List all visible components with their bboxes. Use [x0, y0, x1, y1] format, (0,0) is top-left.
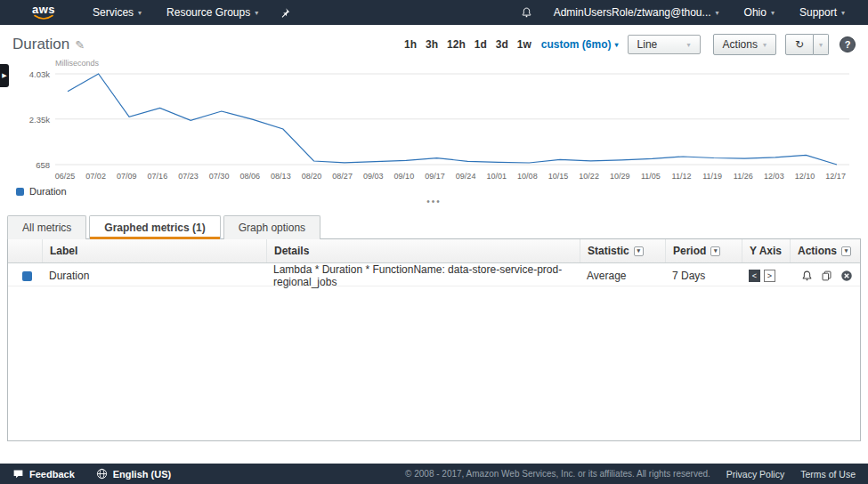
header-checkbox-column — [8, 239, 42, 262]
refresh-icon: ↻ — [795, 38, 804, 51]
terms-of-use-link[interactable]: Terms of Use — [800, 469, 856, 480]
x-tick-label: 07/09 — [111, 172, 142, 181]
y-axis-right-button[interactable]: > — [764, 270, 775, 282]
chevron-down-icon: ▾ — [841, 9, 845, 17]
duration-line-chart[interactable] — [55, 69, 849, 169]
custom-range-link[interactable]: custom (6mo) ▾ — [541, 38, 619, 51]
aws-logo[interactable]: aws — [32, 4, 55, 20]
header-label: Label — [42, 239, 266, 262]
refresh-button[interactable]: ↻ — [785, 34, 814, 55]
y-tick-label: 4.03k — [29, 69, 50, 79]
time-range-1d[interactable]: 1d — [475, 38, 487, 51]
x-tick-label: 10/01 — [482, 172, 512, 181]
tab-graphed-metrics[interactable]: Graphed metrics (1) — [89, 215, 220, 239]
period-filter-icon[interactable]: ▾ — [710, 246, 720, 256]
actions-button[interactable]: Actions ▾ — [713, 34, 776, 55]
time-range-1w[interactable]: 1w — [517, 38, 531, 51]
chevron-down-icon: ▾ — [255, 9, 258, 17]
metrics-tabs: All metrics Graphed metrics (1) Graph op… — [0, 209, 868, 238]
table-row: Duration Lambda * Duration * FunctionNam… — [8, 263, 860, 286]
header-details: Details — [266, 239, 580, 262]
x-tick-label: 07/02 — [81, 172, 111, 181]
x-tick-label: 11/19 — [697, 172, 727, 181]
tab-all-metrics[interactable]: All metrics — [7, 215, 86, 239]
actions-filter-icon[interactable]: ▾ — [841, 246, 851, 256]
x-tick-label: 06/25 — [50, 172, 80, 181]
create-alarm-icon[interactable] — [801, 270, 813, 282]
x-tick-label: 11/26 — [728, 172, 758, 181]
panel-resize-handle[interactable]: ••• — [0, 197, 868, 209]
x-tick-label: 11/05 — [636, 172, 666, 181]
x-tick-label: 07/16 — [142, 172, 173, 181]
pin-icon[interactable] — [271, 7, 299, 19]
console-footer: Feedback English (US) © 2008 - 2017, Ama… — [0, 464, 868, 484]
page-title: Duration — [12, 36, 69, 53]
time-range-1h[interactable]: 1h — [404, 38, 417, 51]
aws-smile-icon — [33, 14, 54, 20]
metric-color-checkbox[interactable] — [22, 271, 32, 281]
x-tick-label: 08/27 — [328, 172, 358, 181]
ellipsis-icon: ••• — [426, 197, 442, 206]
help-button[interactable]: ? — [840, 36, 856, 52]
legend-label: Duration — [29, 186, 67, 197]
edit-title-icon[interactable]: ✎ — [75, 38, 85, 52]
table-header-row: Label Details Statistic ▾ Period ▾ Y Axi… — [8, 239, 860, 263]
header-actions: Actions ▾ — [790, 239, 860, 262]
nav-region-menu[interactable]: Ohio ▾ — [732, 0, 787, 25]
language-selector[interactable]: English (US) — [96, 468, 171, 480]
refresh-options-button[interactable]: ▾ — [814, 34, 829, 55]
chart-type-select[interactable]: Line ▾ — [628, 35, 701, 54]
chart-legend[interactable]: Duration — [16, 186, 856, 197]
metric-label-cell: Duration — [42, 270, 266, 282]
time-range-3d[interactable]: 3d — [496, 38, 508, 51]
x-tick-label: 10/15 — [543, 172, 573, 181]
metric-details-cell: Lambda * Duration * FunctionName: data-s… — [266, 263, 580, 288]
metric-period-cell[interactable]: 7 Days — [665, 270, 742, 282]
sidebar-flyout-handle[interactable]: ▶ — [0, 64, 9, 87]
feedback-button[interactable]: Feedback — [12, 469, 75, 480]
top-navbar: aws Services ▾ Resource Groups ▾ AdminUs… — [0, 0, 868, 25]
y-axis-unit-label: Milliseconds — [55, 59, 856, 69]
aws-logo-text: aws — [32, 4, 55, 14]
x-tick-label: 07/30 — [204, 172, 234, 181]
help-icon: ? — [845, 39, 851, 50]
privacy-policy-link[interactable]: Privacy Policy — [726, 469, 784, 480]
time-range-3h[interactable]: 3h — [426, 38, 438, 51]
x-tick-label: 12/17 — [821, 172, 851, 181]
chevron-down-icon: ▾ — [687, 41, 691, 49]
chevron-down-icon: ▾ — [771, 9, 775, 17]
y-axis-left-button[interactable]: < — [749, 270, 760, 282]
x-axis-labels: 06/2507/0207/0907/1607/2307/3008/0608/13… — [50, 169, 851, 181]
chevron-down-icon: ▾ — [615, 41, 619, 49]
duplicate-icon[interactable] — [821, 270, 832, 282]
x-tick-label: 10/22 — [574, 172, 604, 181]
chevron-down-icon: ▾ — [138, 9, 142, 17]
metric-statistic-cell[interactable]: Average — [580, 270, 665, 282]
chevron-down-icon: ▾ — [819, 41, 823, 49]
nav-services[interactable]: Services ▾ — [80, 0, 154, 25]
y-tick-label: 2.35k — [29, 115, 50, 125]
x-tick-label: 09/24 — [450, 172, 481, 181]
statistic-filter-icon[interactable]: ▾ — [634, 246, 644, 256]
copyright-text: © 2008 - 2017, Amazon Web Services, Inc.… — [405, 469, 710, 479]
nav-user-menu[interactable]: AdminUsersRole/ztwang@thou... ▾ — [541, 0, 732, 25]
x-tick-label: 08/20 — [296, 172, 327, 181]
header-period: Period ▾ — [665, 239, 742, 262]
x-tick-label: 09/17 — [420, 172, 450, 181]
y-tick-label: 658 — [36, 160, 50, 170]
nav-support-menu[interactable]: Support ▾ — [787, 0, 857, 25]
x-tick-label: 07/23 — [174, 172, 204, 181]
time-range-12h[interactable]: 12h — [447, 38, 466, 51]
globe-icon — [96, 468, 108, 480]
flyout-arrow-icon: ▶ — [2, 72, 6, 79]
x-tick-label: 08/13 — [265, 172, 296, 181]
remove-metric-icon[interactable] — [840, 270, 853, 282]
nav-resource-groups[interactable]: Resource Groups ▾ — [154, 0, 271, 25]
bell-icon[interactable] — [512, 6, 541, 19]
y-axis-labels: 4.03k2.35k658 — [12, 69, 50, 169]
x-tick-label: 10/08 — [512, 172, 542, 181]
tab-graph-options[interactable]: Graph options — [223, 215, 320, 239]
chevron-down-icon: ▾ — [763, 41, 767, 49]
x-tick-label: 09/10 — [389, 172, 419, 181]
legend-color-swatch — [16, 188, 24, 196]
